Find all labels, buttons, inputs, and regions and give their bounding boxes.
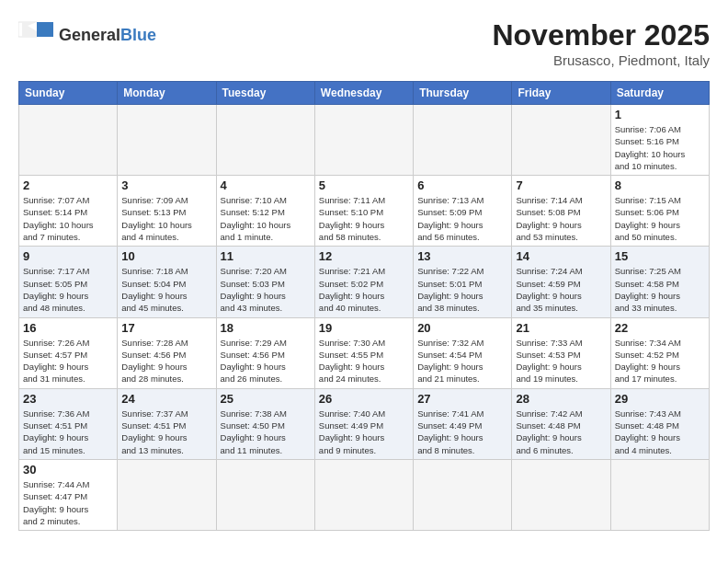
svg-marker-1 [35, 22, 53, 37]
day-number: 13 [417, 249, 507, 263]
day-number: 18 [221, 321, 311, 335]
day-info: Sunrise: 7:13 AM Sunset: 5:09 PM Dayligh… [417, 194, 507, 243]
day-number: 5 [319, 178, 409, 192]
day-info: Sunrise: 7:06 AM Sunset: 5:16 PM Dayligh… [615, 123, 705, 172]
calendar-cell: 4Sunrise: 7:10 AM Sunset: 5:12 PM Daylig… [216, 176, 314, 247]
weekday-header-thursday: Thursday [414, 82, 512, 105]
calendar-row-5: 30Sunrise: 7:44 AM Sunset: 4:47 PM Dayli… [19, 459, 710, 530]
day-info: Sunrise: 7:34 AM Sunset: 4:52 PM Dayligh… [615, 337, 705, 385]
day-info: Sunrise: 7:28 AM Sunset: 4:56 PM Dayligh… [121, 337, 211, 385]
day-info: Sunrise: 7:29 AM Sunset: 4:56 PM Dayligh… [221, 337, 311, 385]
calendar-cell: 3Sunrise: 7:09 AM Sunset: 5:13 PM Daylig… [118, 176, 216, 247]
calendar-cell: 10Sunrise: 7:18 AM Sunset: 5:04 PM Dayli… [118, 247, 216, 317]
calendar-cell: 27Sunrise: 7:41 AM Sunset: 4:49 PM Dayli… [414, 388, 512, 459]
calendar-cell [19, 105, 118, 176]
day-number: 19 [319, 321, 409, 335]
weekday-header-friday: Friday [512, 82, 610, 105]
calendar-cell [610, 459, 709, 530]
day-info: Sunrise: 7:17 AM Sunset: 5:05 PM Dayligh… [23, 265, 113, 314]
day-info: Sunrise: 7:20 AM Sunset: 5:03 PM Dayligh… [221, 265, 311, 314]
day-info: Sunrise: 7:41 AM Sunset: 4:49 PM Dayligh… [417, 408, 507, 456]
calendar-cell: 2Sunrise: 7:07 AM Sunset: 5:14 PM Daylig… [19, 176, 118, 247]
day-number: 11 [221, 249, 311, 263]
day-number: 7 [516, 178, 606, 192]
weekday-header-sunday: Sunday [19, 82, 118, 105]
day-info: Sunrise: 7:32 AM Sunset: 4:54 PM Dayligh… [417, 337, 507, 385]
day-info: Sunrise: 7:07 AM Sunset: 5:14 PM Dayligh… [23, 194, 113, 243]
weekday-header-tuesday: Tuesday [216, 82, 314, 105]
calendar-cell [414, 459, 512, 530]
day-info: Sunrise: 7:09 AM Sunset: 5:13 PM Dayligh… [121, 194, 211, 243]
calendar-cell: 7Sunrise: 7:14 AM Sunset: 5:08 PM Daylig… [512, 176, 610, 247]
calendar-row-0: 1Sunrise: 7:06 AM Sunset: 5:16 PM Daylig… [19, 105, 710, 176]
header: GeneralBlue November 2025 Brusasco, Pied… [18, 18, 710, 68]
day-number: 3 [121, 178, 211, 192]
calendar-row-3: 16Sunrise: 7:26 AM Sunset: 4:57 PM Dayli… [19, 317, 710, 388]
calendar-cell: 26Sunrise: 7:40 AM Sunset: 4:49 PM Dayli… [314, 388, 413, 459]
calendar-cell: 17Sunrise: 7:28 AM Sunset: 4:56 PM Dayli… [118, 317, 216, 388]
calendar-cell: 25Sunrise: 7:38 AM Sunset: 4:50 PM Dayli… [216, 388, 314, 459]
page: GeneralBlue November 2025 Brusasco, Pied… [0, 0, 728, 540]
weekday-header-row: SundayMondayTuesdayWednesdayThursdayFrid… [19, 82, 710, 105]
day-number: 1 [615, 108, 705, 121]
day-number: 6 [417, 178, 507, 192]
calendar-cell [414, 105, 512, 176]
calendar-cell [118, 105, 216, 176]
calendar-cell [314, 105, 413, 176]
day-number: 8 [615, 178, 705, 192]
calendar-cell: 12Sunrise: 7:21 AM Sunset: 5:02 PM Dayli… [314, 247, 413, 317]
day-info: Sunrise: 7:11 AM Sunset: 5:10 PM Dayligh… [319, 194, 409, 243]
weekday-header-saturday: Saturday [610, 82, 709, 105]
calendar-cell [314, 459, 413, 530]
day-number: 21 [516, 321, 606, 335]
logo-icon [18, 18, 53, 53]
day-info: Sunrise: 7:26 AM Sunset: 4:57 PM Dayligh… [23, 337, 113, 385]
day-number: 14 [516, 249, 606, 263]
day-number: 22 [615, 321, 705, 335]
calendar-cell: 13Sunrise: 7:22 AM Sunset: 5:01 PM Dayli… [414, 247, 512, 317]
calendar-cell: 28Sunrise: 7:42 AM Sunset: 4:48 PM Dayli… [512, 388, 610, 459]
day-number: 28 [516, 392, 606, 406]
day-info: Sunrise: 7:10 AM Sunset: 5:12 PM Dayligh… [221, 194, 311, 243]
logo-text: GeneralBlue [59, 27, 156, 45]
calendar-cell: 14Sunrise: 7:24 AM Sunset: 4:59 PM Dayli… [512, 247, 610, 317]
calendar-cell: 11Sunrise: 7:20 AM Sunset: 5:03 PM Dayli… [216, 247, 314, 317]
day-number: 9 [23, 249, 113, 263]
location: Brusasco, Piedmont, Italy [492, 52, 710, 68]
calendar-row-1: 2Sunrise: 7:07 AM Sunset: 5:14 PM Daylig… [19, 176, 710, 247]
calendar-cell: 9Sunrise: 7:17 AM Sunset: 5:05 PM Daylig… [19, 247, 118, 317]
calendar-cell: 21Sunrise: 7:33 AM Sunset: 4:53 PM Dayli… [512, 317, 610, 388]
calendar-cell: 19Sunrise: 7:30 AM Sunset: 4:55 PM Dayli… [314, 317, 413, 388]
day-info: Sunrise: 7:37 AM Sunset: 4:51 PM Dayligh… [121, 408, 211, 456]
calendar-cell [216, 105, 314, 176]
calendar-cell [512, 105, 610, 176]
day-number: 10 [121, 249, 211, 263]
day-info: Sunrise: 7:30 AM Sunset: 4:55 PM Dayligh… [319, 337, 409, 385]
calendar-cell: 6Sunrise: 7:13 AM Sunset: 5:09 PM Daylig… [414, 176, 512, 247]
logo: GeneralBlue [18, 18, 156, 53]
day-info: Sunrise: 7:25 AM Sunset: 4:58 PM Dayligh… [615, 265, 705, 314]
day-number: 20 [417, 321, 507, 335]
day-info: Sunrise: 7:36 AM Sunset: 4:51 PM Dayligh… [23, 408, 113, 456]
day-number: 26 [319, 392, 409, 406]
calendar-table: SundayMondayTuesdayWednesdayThursdayFrid… [18, 81, 710, 531]
day-info: Sunrise: 7:42 AM Sunset: 4:48 PM Dayligh… [516, 408, 606, 456]
day-number: 27 [417, 392, 507, 406]
day-number: 16 [23, 321, 113, 335]
calendar-cell: 15Sunrise: 7:25 AM Sunset: 4:58 PM Dayli… [610, 247, 709, 317]
day-info: Sunrise: 7:40 AM Sunset: 4:49 PM Dayligh… [319, 408, 409, 456]
calendar-cell [118, 459, 216, 530]
weekday-header-wednesday: Wednesday [314, 82, 413, 105]
day-number: 17 [121, 321, 211, 335]
calendar-cell [216, 459, 314, 530]
calendar-cell: 29Sunrise: 7:43 AM Sunset: 4:48 PM Dayli… [610, 388, 709, 459]
day-info: Sunrise: 7:44 AM Sunset: 4:47 PM Dayligh… [23, 478, 113, 527]
title-block: November 2025 Brusasco, Piedmont, Italy [492, 18, 710, 68]
day-number: 24 [121, 392, 211, 406]
calendar-cell: 16Sunrise: 7:26 AM Sunset: 4:57 PM Dayli… [19, 317, 118, 388]
calendar-row-2: 9Sunrise: 7:17 AM Sunset: 5:05 PM Daylig… [19, 247, 710, 317]
day-info: Sunrise: 7:33 AM Sunset: 4:53 PM Dayligh… [516, 337, 606, 385]
calendar-cell: 1Sunrise: 7:06 AM Sunset: 5:16 PM Daylig… [610, 105, 709, 176]
calendar-cell: 23Sunrise: 7:36 AM Sunset: 4:51 PM Dayli… [19, 388, 118, 459]
day-number: 15 [615, 249, 705, 263]
